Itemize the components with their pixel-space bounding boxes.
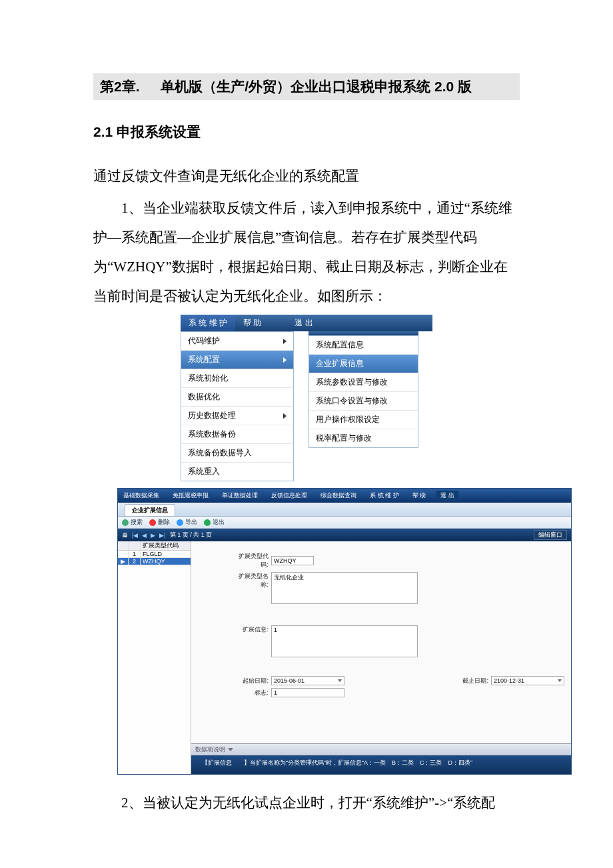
menubar-sysmaint[interactable]: 系 统 维 护: [181, 315, 235, 331]
exit-icon: [204, 519, 211, 526]
exit-button[interactable]: 退出: [204, 518, 225, 527]
first-page-icon[interactable]: |◀: [132, 532, 138, 539]
menu-item[interactable]: 系统初始化: [181, 369, 293, 388]
menu-item[interactable]: 单证数据处理: [219, 491, 261, 501]
label-end-date: 截止日期:: [451, 677, 491, 685]
grid-header: 扩展类型代码: [118, 541, 191, 551]
field-end-date[interactable]: 2100-12-31: [491, 676, 564, 685]
paragraph: 通过反馈文件查询是无纸化企业的系统配置: [93, 161, 520, 191]
next-page-icon[interactable]: ▶: [151, 532, 155, 539]
edit-window-button[interactable]: 编辑窗口: [534, 530, 567, 540]
menu-item-selected[interactable]: 企业扩展信息: [309, 355, 418, 373]
delete-button[interactable]: 删除: [149, 518, 170, 527]
paragraph: 1、当企业端获取反馈文件后，读入到申报系统中，通过“系统维护—系统配置—企业扩展…: [93, 193, 520, 311]
export-icon: [177, 519, 183, 526]
label-info: 扩展信息:: [231, 625, 271, 634]
description-panel: 数据项说明 【扩展信息 】当扩展名称为“分类管理代码”时，扩展信息“A：一类 B…: [191, 743, 571, 774]
menu-item[interactable]: 历史数据处理: [181, 407, 293, 425]
tabbar: 企业扩展信息: [118, 503, 571, 517]
tab-active[interactable]: 企业扩展信息: [125, 504, 175, 516]
menu-item[interactable]: 免抵退税申报: [170, 491, 211, 501]
form-area: 扩展类型代码: WZHQY 扩展类型名称: 无纸化企业 扩展信息: 1: [191, 541, 571, 743]
menu-item[interactable]: 系统数据备份: [181, 425, 293, 444]
search-icon: [122, 519, 129, 526]
description-toggle[interactable]: 数据项说明: [191, 744, 571, 755]
field-info[interactable]: 1: [271, 625, 418, 657]
delete-icon: [149, 519, 156, 526]
menubar-help[interactable]: 帮 助: [235, 315, 269, 331]
menu-item[interactable]: 代码维护: [181, 332, 293, 351]
left-grid: 扩展类型代码 1 FLGLD ▶ 2 WZHQY: [118, 541, 191, 774]
paragraph: 2、当被认定为无纸化试点企业时，打开“系统维护”->“系统配: [93, 788, 520, 817]
label-name: 扩展类型名称:: [231, 572, 271, 589]
pager-status: 第 1 页 / 共 1 页: [170, 531, 213, 539]
chapter-title: 单机版（生产/外贸）企业出口退税申报系统 2.0 版: [161, 79, 472, 94]
app-menubar: 基础数据采集 免抵退税申报 单证数据处理 反馈信息处理 综合数据查询 系 统 维…: [118, 489, 571, 503]
menu-item[interactable]: 系统口令设置与修改: [309, 392, 418, 411]
menu-item-selected[interactable]: 系统配置: [181, 351, 293, 369]
label-start-date: 起始日期:: [231, 677, 271, 685]
menu-item[interactable]: 税率配置与修改: [309, 429, 418, 447]
menu-item[interactable]: 系 统 维 护: [367, 491, 402, 501]
table-row-selected[interactable]: ▶ 2 WZHQY: [118, 558, 191, 565]
print-icon[interactable]: 🖶: [122, 532, 128, 539]
screenshot-menu: 系 统 维 护 帮 助 退 出 代码维护 系统配置 系统初始化 数据优化 历史数…: [181, 315, 432, 481]
dropdown-menu-2: 系统配置信息 企业扩展信息 系统参数设置与修改 系统口令设置与修改 用户操作权限…: [308, 335, 418, 448]
toolbar: 搜索 删除 导出 退出: [118, 517, 571, 529]
menu-item[interactable]: 系统配置信息: [309, 336, 418, 355]
field-flag[interactable]: 1: [271, 688, 344, 697]
screenshot-window: 基础数据采集 免抵退税申报 单证数据处理 反馈信息处理 综合数据查询 系 统 维…: [117, 488, 572, 775]
menubar: 系 统 维 护 帮 助 退 出: [181, 315, 432, 331]
dropdown-menu-1: 代码维护 系统配置 系统初始化 数据优化 历史数据处理 系统数据备份 系统备份数…: [181, 331, 294, 481]
row-indicator-icon: ▶: [118, 558, 129, 565]
field-code[interactable]: WZHQY: [271, 556, 314, 565]
field-name[interactable]: 无纸化企业: [271, 572, 418, 604]
section-heading: 2.1 申报系统设置: [93, 123, 520, 141]
chevron-right-icon: [283, 339, 287, 344]
chevron-down-icon: [228, 748, 233, 751]
chapter-heading: 第2章. 单机版（生产/外贸）企业出口退税申报系统 2.0 版: [93, 73, 520, 100]
pager-bar: 🖶 |◀ ◀ ▶ ▶| 第 1 页 / 共 1 页 编辑窗口: [118, 529, 571, 541]
menu-item[interactable]: 数据优化: [181, 388, 293, 407]
last-page-icon[interactable]: ▶|: [159, 532, 165, 539]
export-button[interactable]: 导出: [177, 518, 197, 527]
chevron-right-icon: [283, 413, 287, 419]
menu-item[interactable]: 系统备份数据导入: [181, 444, 293, 463]
menu-item[interactable]: 用户操作权限设定: [309, 411, 418, 429]
menu-item[interactable]: 系统重入: [181, 463, 293, 481]
menu-item[interactable]: 退 出: [436, 491, 458, 501]
label-flag: 标志:: [231, 689, 271, 697]
chapter-num: 第2章.: [100, 79, 140, 94]
chevron-right-icon: [283, 357, 287, 363]
menu-item[interactable]: 系统参数设置与修改: [309, 373, 418, 392]
menu-item[interactable]: 帮 助: [410, 491, 429, 501]
dropdown-icon: [558, 679, 562, 682]
dropdown-icon: [338, 679, 342, 682]
search-button[interactable]: 搜索: [122, 518, 143, 527]
description-text: 【扩展信息 】当扩展名称为“分类管理代码”时，扩展信息“A：一类 B：二类 C：…: [191, 755, 571, 774]
menu-item[interactable]: 基础数据采集: [121, 491, 162, 501]
menubar-exit[interactable]: 退 出: [287, 315, 320, 331]
prev-page-icon[interactable]: ◀: [142, 532, 147, 539]
label-code: 扩展类型代码:: [231, 552, 271, 569]
field-start-date[interactable]: 2015-06-01: [271, 676, 344, 685]
menu-item[interactable]: 反馈信息处理: [269, 491, 310, 501]
menu-item[interactable]: 综合数据查询: [318, 491, 359, 501]
table-row[interactable]: 1 FLGLD: [118, 551, 191, 558]
